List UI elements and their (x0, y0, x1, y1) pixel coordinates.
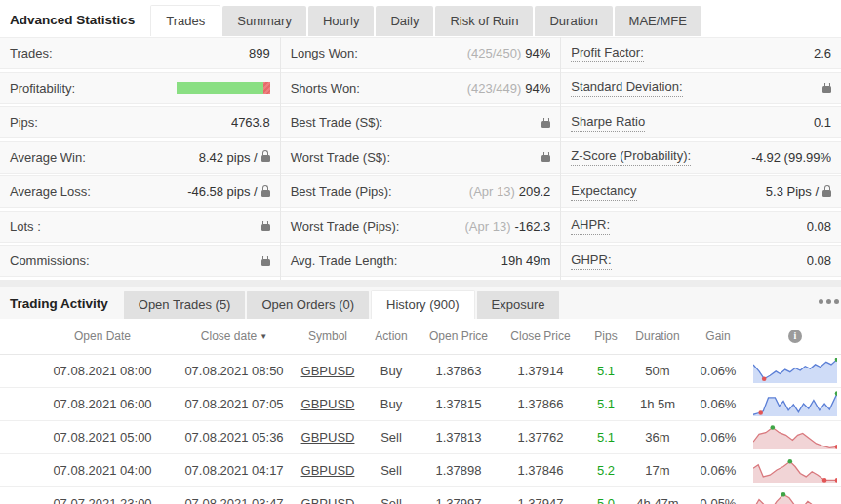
value-text: 8.42 pips / (199, 150, 258, 165)
cell-gain: 0.06% (687, 463, 749, 478)
column-header-action[interactable]: Action (363, 330, 420, 343)
lock-icon (822, 190, 831, 197)
tab-duration[interactable]: Duration (535, 6, 612, 36)
stat-value (541, 118, 550, 128)
stat-label: Commissions: (10, 253, 90, 268)
cell-pips: 5.1 (583, 430, 628, 445)
cell-duration: 4h 47m (628, 496, 687, 504)
column-header-symbol[interactable]: Symbol (293, 330, 363, 343)
stat-label[interactable]: GHPR: (571, 252, 611, 270)
column-header-close-price[interactable]: Close Price (498, 330, 583, 343)
cell-chart (749, 358, 841, 383)
stat-label[interactable]: Expectancy (571, 183, 636, 201)
lock-icon (261, 190, 270, 197)
cell-symbol: GBPUSD (293, 496, 363, 504)
stat-label[interactable]: AHPR: (571, 217, 610, 235)
value-text: 94% (525, 81, 550, 96)
stat-value: 4763.8 (231, 115, 270, 130)
tab-open-trades-5[interactable]: Open Trades (5) (124, 291, 246, 319)
stat-value: 899 (249, 46, 270, 60)
cell-chart (749, 391, 841, 416)
tab-trades[interactable]: Trades (150, 5, 220, 36)
cell-close-date: 07.08.2021 05:36 (176, 430, 293, 445)
value-text: -162.3 (514, 219, 550, 234)
stat-value (177, 82, 270, 94)
stat-label: Pips: (10, 115, 38, 130)
stat-row-worst-trade-s: Worst Trade (S$): (281, 141, 561, 174)
cell-open-price: 1.37813 (420, 430, 498, 445)
lock-icon (261, 259, 270, 266)
stat-label[interactable]: Profit Factor: (571, 45, 643, 62)
cell-open-date: 07.08.2021 05:00 (29, 430, 176, 445)
value-text: 2.6 (814, 46, 831, 60)
cell-gain: 0.06% (687, 397, 749, 411)
cell-gain: 0.06% (687, 430, 749, 445)
stat-row-best-trade-pips: Best Trade (Pips):(Apr 13)209.2 (281, 175, 561, 208)
tab-open-orders-0[interactable]: Open Orders (0) (247, 291, 369, 319)
cell-open-date: 07.08.2021 06:00 (29, 397, 176, 411)
stat-row-best-trade-s: Best Trade (S$): (281, 106, 561, 138)
history-row: 07.07.2021 23:0007.08.2021 03:47GBPUSDSe… (0, 487, 841, 504)
stat-label[interactable]: Sharpe Ratio (571, 114, 645, 132)
symbol-link[interactable]: GBPUSD (301, 496, 355, 504)
lock-icon (541, 121, 550, 128)
column-header-open-date[interactable]: Open Date (29, 330, 176, 343)
stat-label: Lots : (10, 219, 41, 234)
stat-value: 0.08 (807, 253, 831, 268)
info-icon[interactable]: i (788, 330, 802, 343)
cell-close-price: 1.37762 (498, 430, 583, 445)
column-header-open-price[interactable]: Open Price (420, 330, 498, 343)
value-text: 0.08 (807, 219, 831, 234)
cell-action: Sell (363, 430, 420, 445)
tab-risk-of-ruin[interactable]: Risk of Ruin (435, 6, 533, 36)
symbol-link[interactable]: GBPUSD (301, 430, 355, 445)
trade-sparkline (753, 358, 837, 383)
lock-icon (541, 155, 550, 162)
sort-desc-icon: ▼ (260, 332, 267, 341)
column-header-chart: i (749, 329, 841, 343)
cell-chart (749, 457, 841, 483)
symbol-link[interactable]: GBPUSD (301, 397, 355, 411)
tab-daily[interactable]: Daily (376, 6, 433, 36)
symbol-link[interactable]: GBPUSD (301, 364, 355, 378)
stat-row-longs-won: Longs Won:(425/450)94% (281, 37, 561, 69)
stat-label: Longs Won: (291, 46, 358, 60)
stat-label: Worst Trade (Pips): (291, 219, 400, 234)
column-header-gain[interactable]: Gain (687, 330, 749, 343)
stat-label: Shorts Won: (291, 81, 360, 96)
column-header-duration[interactable]: Duration (628, 330, 687, 343)
cell-pips: 5.0 (583, 496, 628, 504)
tab-mae-mfe[interactable]: MAE/MFE (615, 6, 701, 36)
trade-sparkline (753, 424, 837, 449)
column-header-pips[interactable]: Pips (583, 330, 628, 343)
loss-segment (263, 82, 270, 94)
trading-activity-label: Trading Activity (0, 296, 124, 319)
column-header-close-date[interactable]: Close date▼ (176, 330, 293, 343)
stat-row-standard-deviation: Standard Deviation: (561, 72, 841, 104)
cell-close-price: 1.37947 (498, 496, 583, 504)
stat-label[interactable]: Z-Score (Probability): (571, 148, 691, 166)
tab-exposure[interactable]: Exposure (477, 291, 560, 319)
cell-open-date: 07.07.2021 23:00 (29, 496, 176, 504)
stat-row-sharpe-ratio: Sharpe Ratio0.1 (561, 106, 841, 138)
statistics-tabs: TradesSummaryHourlyDailyRisk of RuinDura… (150, 5, 703, 36)
more-options-icon[interactable] (819, 299, 841, 304)
stat-row-ahpr: AHPR:0.08 (561, 211, 841, 243)
stat-row-average-loss: Average Loss:-46.58 pips / (0, 175, 280, 208)
stat-label: Worst Trade (S$): (291, 150, 390, 165)
history-row: 07.08.2021 05:0007.08.2021 05:36GBPUSDSe… (0, 421, 841, 454)
cell-open-date: 07.08.2021 04:00 (29, 463, 176, 478)
stat-value (261, 221, 270, 231)
stat-row-expectancy: Expectancy5.3 Pips / (561, 175, 841, 208)
tab-summary[interactable]: Summary (222, 6, 306, 36)
stat-value: 0.1 (814, 115, 831, 130)
cell-pips: 5.1 (583, 364, 628, 378)
trade-sparkline (753, 457, 837, 483)
tab-hourly[interactable]: Hourly (308, 6, 375, 36)
tab-history-900[interactable]: History (900) (371, 290, 474, 319)
stat-row-shorts-won: Shorts Won:(423/449)94% (281, 72, 561, 104)
cell-gain: 0.05% (687, 496, 749, 504)
symbol-link[interactable]: GBPUSD (301, 463, 355, 478)
stat-label[interactable]: Standard Deviation: (571, 79, 682, 97)
cell-symbol: GBPUSD (293, 364, 363, 378)
